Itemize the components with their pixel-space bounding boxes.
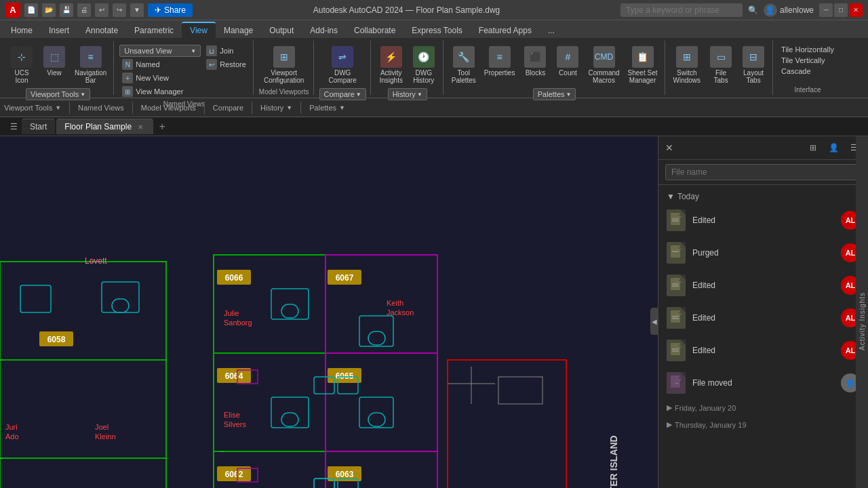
svg-text:6067: 6067 [336, 273, 354, 283]
tab-home[interactable]: Home [3, 23, 41, 38]
switch-windows-button[interactable]: ⊞ SwitchWindows [671, 45, 704, 85]
panel-toolbar: ⊞ 👤 ☰ [806, 140, 861, 155]
palettes-dropdown[interactable]: Palettes ▼ [533, 88, 576, 100]
save-icon[interactable]: 💾 [60, 3, 73, 17]
layout-tabs-icon: ⊟ [743, 46, 764, 68]
restore-button[interactable]: ↩ Restore [203, 58, 249, 70]
blocks-button[interactable]: ⬛ Blocks [520, 45, 550, 78]
history-dropdown[interactable]: History ▼ [388, 88, 427, 100]
tab-addins[interactable]: Add-ins [302, 23, 346, 38]
ribbon: Home Insert Annotate Parametric View Man… [0, 20, 868, 98]
interface-controls: Tile Horizontally Tile Vertically Cascad… [778, 45, 837, 76]
customize-icon[interactable]: ▼ [130, 3, 144, 17]
palettes-arrow: ▼ [339, 104, 345, 111]
ucs-icon-button[interactable]: ⊹ UCSIcon [7, 45, 37, 85]
layout-tabs-button[interactable]: ⊟ LayoutTabs [738, 45, 768, 85]
tab-manage[interactable]: Manage [216, 23, 261, 38]
file-tabs-button[interactable]: ▭ FileTabs [706, 45, 736, 85]
share-button[interactable]: ✈ Share [148, 3, 193, 17]
join-button[interactable]: ⊔ Join [203, 45, 249, 57]
panel-close-button[interactable]: ✕ [665, 142, 673, 153]
palettes-items: 🔧 ToolPalettes ≡ Properties ⬛ Blocks # C… [449, 42, 660, 85]
tile-vertically-button[interactable]: Tile Vertically [778, 56, 837, 65]
new-view-button[interactable]: + New View [119, 72, 201, 84]
named-button[interactable]: N Named [119, 58, 201, 70]
search-icon[interactable]: 🔍 [748, 5, 758, 15]
toolbar-divider-3 [204, 102, 205, 114]
tab-floor-plan[interactable]: Floor Plan Sample ✕ [56, 119, 153, 134]
friday-label: Friday, January 20 [675, 404, 736, 412]
tab-view[interactable]: View [182, 22, 216, 38]
view-manager-button[interactable]: ⊞ View Manager [119, 85, 201, 98]
activity-item-5[interactable]: Edited AL [658, 334, 868, 367]
cad-viewport[interactable]: [-][Top][2D Wireframe] [0, 136, 658, 488]
sheet-set-button[interactable]: 📋 Sheet SetManager [625, 45, 660, 85]
tab-output[interactable]: Output [261, 23, 302, 38]
tab-overflow[interactable]: ... [540, 23, 563, 38]
panel-search-input[interactable] [665, 164, 861, 180]
hamburger-menu[interactable]: ☰ [5, 119, 22, 135]
panel-user-icon[interactable]: 👤 [826, 140, 841, 155]
activity-info-1: Edited [692, 216, 834, 225]
named-views-items: Unsaved View▼ N Named + New View ⊞ View … [119, 42, 249, 98]
viewport-config-button[interactable]: ⊞ ViewportConfiguration [261, 45, 307, 85]
activity-item-1[interactable]: Edited AL [658, 204, 868, 237]
panel-grid-icon[interactable]: ⊞ [806, 140, 821, 155]
dwg-compare-button[interactable]: ⇌ DWGCompare [326, 45, 359, 85]
tab-collaborate[interactable]: Collaborate [346, 23, 403, 38]
group-viewport-tools: ⊹ UCSIcon ⬚ View ≡ NavigationBar Viewpor… [3, 41, 114, 95]
tab-start[interactable]: Start [22, 119, 55, 134]
cmd-macros-button[interactable]: CMD CommandMacros [585, 45, 622, 85]
maximize-button[interactable]: □ [834, 3, 848, 17]
nav-bar-button[interactable]: ≡ NavigationBar [72, 45, 109, 85]
tab-express[interactable]: Express Tools [403, 23, 470, 38]
view-button[interactable]: ⬚ View [39, 45, 69, 78]
cascade-button[interactable]: Cascade [778, 66, 837, 76]
activity-item-6[interactable]: → File moved 👤 [658, 367, 868, 399]
group-model-viewports: ⊞ ViewportConfiguration Model Viewports [255, 41, 314, 95]
today-section-header[interactable]: ▼ Today [658, 189, 868, 204]
tile-horizontally-button[interactable]: Tile Horizontally [778, 45, 837, 54]
viewport-config-icon: ⊞ [273, 46, 295, 68]
minimize-button[interactable]: ─ [819, 3, 833, 17]
count-button[interactable]: # Count [553, 45, 583, 78]
compare-dropdown[interactable]: Compare ▼ [319, 88, 366, 100]
new-view-icon: + [122, 73, 133, 83]
activity-info-3: Edited [692, 281, 834, 290]
history-expand-icon[interactable]: ▼ [286, 104, 292, 111]
palettes-label: Palettes ▼ [533, 85, 576, 100]
windows-label [718, 85, 720, 96]
cmd-macros-icon: CMD [593, 46, 615, 68]
user-avatar-icon: 👤 [764, 3, 777, 17]
viewport-tools-dropdown[interactable]: Viewport Tools ▼ [26, 88, 90, 100]
undo-icon[interactable]: ↩ [95, 3, 108, 17]
thursday-section[interactable]: ▶ Thursday, January 19 [658, 416, 868, 433]
tab-annotate[interactable]: Annotate [77, 23, 126, 38]
toolbar-row: Viewport Tools ▼ Named Views Model Viewp… [0, 98, 868, 117]
properties-icon: ≡ [489, 46, 511, 68]
new-file-icon[interactable]: 📄 [24, 3, 38, 17]
print-icon[interactable]: 🖨 [77, 3, 91, 17]
tab-add-button[interactable]: + [155, 119, 170, 134]
dwg-history-button[interactable]: 🕐 DWGHistory [409, 45, 439, 85]
redo-icon[interactable]: ↪ [113, 3, 126, 17]
activity-item-4[interactable]: Edited AL [658, 302, 868, 334]
tab-insert[interactable]: Insert [41, 23, 77, 38]
activity-item-2[interactable]: Purged AL [658, 237, 868, 269]
tab-close-icon[interactable]: ✕ [136, 122, 145, 131]
panel-collapse-button[interactable]: ◀ [650, 308, 658, 335]
model-viewports-items: ⊞ ViewportConfiguration [261, 42, 307, 85]
open-icon[interactable]: 📂 [42, 3, 56, 17]
tab-parametric[interactable]: Parametric [126, 23, 182, 38]
close-button[interactable]: ✕ [849, 3, 863, 17]
unsaved-view-dropdown[interactable]: Unsaved View▼ [119, 45, 201, 57]
activity-item-3[interactable]: Edited AL [658, 269, 868, 302]
user-menu[interactable]: 👤 allenlowe [764, 3, 814, 17]
properties-button[interactable]: ≡ Properties [481, 45, 518, 78]
activity-insights-button[interactable]: ⚡ ActivityInsights [376, 45, 406, 85]
tool-palettes-button[interactable]: 🔧 ToolPalettes [449, 45, 479, 85]
tab-featured[interactable]: Featured Apps [471, 23, 540, 38]
keyword-search-input[interactable] [620, 3, 743, 17]
join-icon: ⊔ [206, 45, 217, 56]
friday-section[interactable]: ▶ Friday, January 20 [658, 399, 868, 416]
